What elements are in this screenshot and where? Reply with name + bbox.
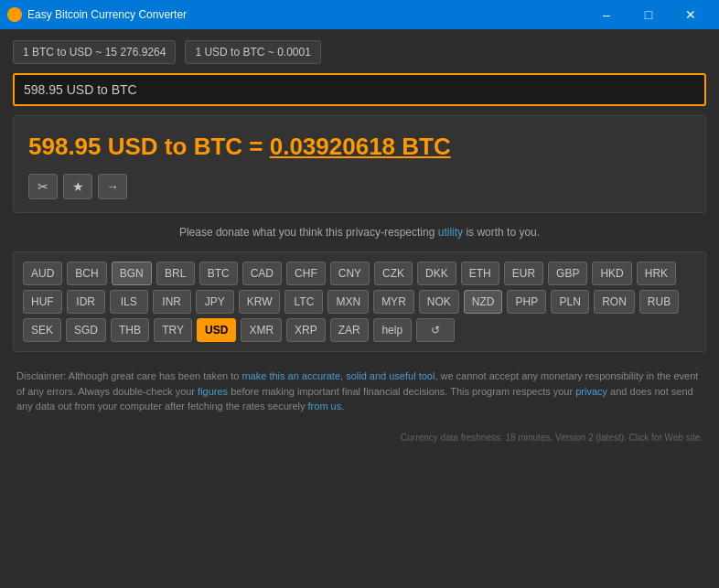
currency-btn-nzd[interactable]: NZD [464,290,503,314]
currency-btn-hkd[interactable]: HKD [592,262,631,285]
close-button[interactable]: ✕ [670,0,712,29]
app-icon [7,7,22,22]
go-button[interactable]: → [98,174,127,199]
action-buttons: ✂ ★ → [28,174,691,199]
currency-btn-aud[interactable]: AUD [23,262,62,285]
minimize-button[interactable]: – [585,0,628,29]
result-left: 598.95 USD to BTC = [28,133,263,160]
currency-btn-hrk[interactable]: HRK [637,262,676,285]
currency-btn-idr[interactable]: IDR [67,290,105,314]
maximize-button[interactable]: □ [628,0,670,29]
currency-btn-bch[interactable]: BCH [67,262,106,285]
currency-btn-usd[interactable]: USD [197,318,236,342]
cut-button[interactable]: ✂ [28,174,58,199]
currency-btn-eur[interactable]: EUR [504,262,543,285]
currency-btn-huf[interactable]: HUF [23,290,62,314]
currency-btn-sgd[interactable]: SGD [66,318,106,342]
disclaimer-link-4[interactable]: from us [308,401,342,412]
currency-btn-php[interactable]: PHP [507,290,546,314]
currency-btn-xrp[interactable]: XRP [286,318,326,342]
currency-btn-eth[interactable]: ETH [461,262,499,285]
rate-badge-usd-btc: 1 USD to BTC ~ 0.0001 [185,40,320,64]
footer: Currency data freshness: 18 minutes. Ver… [13,431,706,444]
currency-btn-nok[interactable]: NOK [419,290,459,314]
currency-btn-ron[interactable]: RON [594,290,635,314]
currency-btn-↺[interactable]: ↺ [416,318,455,342]
currency-btn-krw[interactable]: KRW [239,290,281,314]
currency-btn-pln[interactable]: PLN [551,290,589,314]
disclaimer-link-3[interactable]: privacy [575,386,607,397]
currency-btn-gbp[interactable]: GBP [548,262,587,285]
currency-btn-inr[interactable]: INR [153,290,191,314]
currency-btn-xmr[interactable]: XMR [241,318,282,342]
window-title: Easy Bitcoin Currency Converter [27,8,585,21]
result-right: 0.03920618 BTC [270,133,451,160]
currency-btn-chf[interactable]: CHF [286,262,326,285]
favorite-button[interactable]: ★ [63,174,92,199]
utility-link[interactable]: utility [438,226,463,239]
currency-btn-czk[interactable]: CZK [374,262,413,285]
donate-after: is worth to you. [463,226,540,239]
result-panel: 598.95 USD to BTC = 0.03920618 BTC ✂ ★ → [13,115,706,213]
currency-btn-myr[interactable]: MYR [373,290,414,314]
currency-btn-ils[interactable]: ILS [110,290,148,314]
disclaimer: Disclaimer: Although great care has been… [13,361,706,422]
currency-btn-sek[interactable]: SEK [23,318,61,342]
currency-btn-jpy[interactable]: JPY [196,290,234,314]
disclaimer-link-2[interactable]: figures [198,386,228,397]
donate-text: Please donate what you think this privac… [13,222,706,242]
result-display: 598.95 USD to BTC = 0.03920618 BTC [28,133,691,161]
main-content: 1 BTC to USD ~ 15 276.9264 1 USD to BTC … [0,29,719,455]
currency-btn-mxn[interactable]: MXN [327,290,369,314]
currency-btn-zar[interactable]: ZAR [330,318,369,342]
rate-badges-container: 1 BTC to USD ~ 15 276.9264 1 USD to BTC … [13,40,706,64]
currency-btn-dkk[interactable]: DKK [417,262,456,285]
currency-btn-rub[interactable]: RUB [639,290,679,314]
window-controls: – □ ✕ [585,0,712,29]
currency-btn-cad[interactable]: CAD [242,262,282,285]
currency-btn-ltc[interactable]: LTC [284,290,323,314]
currency-btn-help[interactable]: help [373,318,412,342]
disclaimer-link-1[interactable]: make this an accurate, solid and useful … [241,370,435,381]
rate-badge-btc-usd: 1 BTC to USD ~ 15 276.9264 [13,40,176,64]
converter-input[interactable] [13,73,706,106]
currency-btn-thb[interactable]: THB [111,318,149,342]
currency-grid: AUDBCHBGNBRLBTCCADCHFCNYCZKDKKETHEURGBPH… [23,262,696,342]
donate-before: Please donate what you think this privac… [179,226,438,239]
currency-btn-btc[interactable]: BTC [199,262,238,285]
title-bar: Easy Bitcoin Currency Converter – □ ✕ [0,0,719,29]
currency-btn-cny[interactable]: CNY [330,262,370,285]
currency-btn-brl[interactable]: BRL [156,262,195,285]
currency-grid-container: AUDBCHBGNBRLBTCCADCHFCNYCZKDKKETHEURGBPH… [13,251,706,352]
currency-btn-bgn[interactable]: BGN [112,262,152,285]
currency-btn-try[interactable]: TRY [154,318,192,342]
